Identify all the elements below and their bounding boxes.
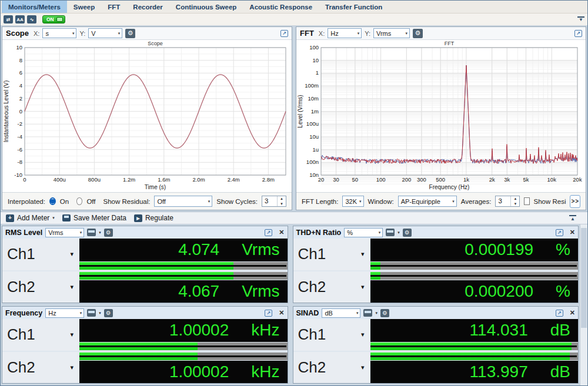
fft-chart: 100101100m10m1m100u10u1u100n10n203050100… (296, 40, 586, 192)
generator-on-toggle[interactable]: ON (42, 15, 65, 24)
meter-close-icon[interactable]: ✕ (570, 229, 575, 236)
tab-monitors-meters[interactable]: Monitors/Meters (2, 1, 67, 13)
tab-acoustic-response[interactable]: Acoustic Response (243, 1, 319, 13)
tab-sweep[interactable]: Sweep (67, 1, 101, 13)
scope-settings-gear-icon[interactable]: ⚙ (125, 29, 135, 38)
save-icon (62, 214, 71, 221)
chevron-down-icon: ▾ (99, 230, 101, 235)
text-size-icon[interactable]: AA (15, 15, 25, 24)
channel-value: 0.000200 (465, 282, 533, 301)
regulate-button[interactable]: ▶ Regulate (132, 212, 176, 224)
channel-display: 1.00002kHz (79, 319, 288, 342)
more-controls-button[interactable]: >> (570, 195, 580, 208)
chevron-down-icon: ▾ (397, 230, 400, 235)
channel-display: 113.997dB (370, 361, 579, 384)
fft-settings-gear-icon[interactable]: ⚙ (413, 29, 423, 38)
meter-unit-select[interactable]: Hz▾ (45, 308, 84, 318)
channel-label[interactable]: Ch1▾ (293, 239, 370, 270)
window-select[interactable]: AP-Equiripple ▾ (398, 196, 457, 207)
tab-bar: Monitors/MetersSweepFFTRecorderContinuou… (1, 1, 587, 14)
meter-unit-select[interactable]: Vrms▾ (45, 228, 84, 237)
apx500-window: Monitors/MetersSweepFFTRecorderContinuou… (0, 0, 588, 386)
scope-controls: Interpolated: On Off Show Residual: Off … (2, 192, 292, 210)
stepper-down-icon[interactable]: ▼ (511, 202, 519, 207)
meters-scrollbar[interactable] (580, 224, 587, 385)
meter-popout-icon[interactable]: ↗ (265, 310, 272, 317)
svg-text:Time (s): Time (s) (145, 184, 166, 190)
meter-close-icon[interactable]: ✕ (279, 309, 284, 317)
svg-text:10: 10 (16, 44, 22, 51)
meter-popout-icon[interactable]: ↗ (556, 229, 563, 236)
svg-text:2: 2 (19, 95, 22, 102)
fft-y-label: Y: (365, 30, 370, 37)
channel-display: 1.00002kHz (79, 361, 288, 384)
scope-panel: Scope X: s ▾ Y: V ▾ ⚙ ↗ -10-8-6-4-202468… (2, 26, 292, 210)
svg-text:2.4m: 2.4m (228, 176, 240, 183)
meter-unit-select[interactable]: dB▾ (322, 308, 360, 318)
channel-name: Ch1 (298, 245, 326, 263)
scope-x-unit-value: s (45, 30, 49, 37)
meter-settings-gear-icon[interactable]: ⚙ (380, 309, 389, 317)
meter-close-icon[interactable]: ✕ (279, 229, 284, 236)
io-connector-icon[interactable]: ⇄ (4, 15, 13, 24)
channel-label[interactable]: Ch2▾ (2, 352, 79, 384)
fft-length-select[interactable]: 32K ▾ (342, 196, 363, 207)
monitor-waveform-icon[interactable]: ∿ (27, 15, 36, 24)
svg-text:2k: 2k (489, 176, 495, 183)
meter-popout-icon[interactable]: ↗ (556, 310, 563, 317)
frequency-ch1-row: Ch1▾1.00002kHz (2, 319, 288, 351)
tab-fft[interactable]: FFT (101, 1, 126, 13)
svg-text:100: 100 (309, 44, 319, 51)
fft-popout-icon[interactable]: ↗ (574, 30, 582, 37)
averages-stepper[interactable]: 3 ▲ ▼ (495, 196, 520, 207)
meter-title: RMS Level (5, 229, 42, 237)
stepper-down-icon[interactable]: ▼ (278, 202, 286, 207)
show-residual-select[interactable]: Off ▾ (154, 196, 212, 207)
frequency-ch2-row: Ch2▾1.00002kHz (2, 352, 288, 384)
meter-display-style-icon[interactable] (87, 229, 96, 236)
stepper-up-icon[interactable]: ▲ (511, 196, 519, 202)
meter-settings-gear-icon[interactable]: ⚙ (403, 229, 412, 237)
scope-y-unit-select[interactable]: V ▾ (88, 28, 122, 38)
fft-x-unit-select[interactable]: Hz ▾ (328, 28, 362, 38)
channel-label[interactable]: Ch2▾ (293, 352, 370, 384)
add-meter-button[interactable]: + Add Meter ▾ (4, 212, 57, 224)
tab-transfer-function[interactable]: Transfer Function (319, 1, 389, 13)
meter-display-style-icon[interactable] (386, 229, 395, 236)
meter-settings-gear-icon[interactable]: ⚙ (104, 309, 113, 317)
thd-n-ratio-meter-header: THD+N Ratio%▾▾⚙↗✕ (293, 226, 579, 239)
level-bar-holdline (79, 355, 286, 357)
scope-popout-icon[interactable]: ↗ (280, 30, 288, 37)
interpolated-on-radio[interactable] (49, 197, 56, 205)
meter-settings-gear-icon[interactable]: ⚙ (104, 229, 113, 237)
meter-display-style-icon[interactable] (87, 309, 96, 317)
channel-label[interactable]: Ch2▾ (2, 271, 79, 303)
show-cycles-stepper[interactable]: 3 ▲ ▼ (262, 196, 286, 207)
meter-close-icon[interactable]: ✕ (570, 309, 575, 317)
meter-popout-icon[interactable]: ↗ (265, 229, 272, 236)
show-residual-checkbox[interactable] (524, 197, 529, 205)
tab-continuous-sweep[interactable]: Continuous Sweep (169, 1, 243, 13)
interpolated-off-radio[interactable] (76, 197, 82, 205)
channel-label[interactable]: Ch1▾ (2, 239, 79, 270)
meter-display-style-icon[interactable] (363, 309, 372, 317)
fft-length-label: FFT Length: (302, 198, 338, 205)
collapse-panel-icon[interactable]: ▼ (577, 16, 584, 23)
channel-label[interactable]: Ch1▾ (293, 319, 370, 351)
frequency-meter-body: Ch1▾1.00002kHzCh2▾1.00002kHz (2, 319, 288, 383)
chevron-down-icon: ▾ (361, 331, 365, 338)
meter-unit-select[interactable]: %▾ (344, 228, 383, 237)
show-residual-value: Off (157, 198, 165, 205)
channel-label[interactable]: Ch2▾ (293, 271, 370, 303)
channel-label[interactable]: Ch1▾ (2, 319, 79, 351)
pin-meters-icon[interactable]: ▲ (569, 215, 576, 221)
scope-x-unit-select[interactable]: s ▾ (42, 28, 76, 38)
tab-recorder[interactable]: Recorder (126, 1, 169, 13)
chevron-down-icon: ▾ (70, 250, 74, 258)
save-meter-data-button[interactable]: Save Meter Data (60, 212, 129, 224)
channel-meter: 114.031dB (370, 319, 579, 351)
scrollbar-thumb[interactable] (581, 228, 587, 328)
fft-y-unit-select[interactable]: Vrms ▾ (373, 28, 410, 38)
stepper-up-icon[interactable]: ▲ (278, 196, 286, 202)
save-meter-data-label: Save Meter Data (74, 214, 126, 222)
